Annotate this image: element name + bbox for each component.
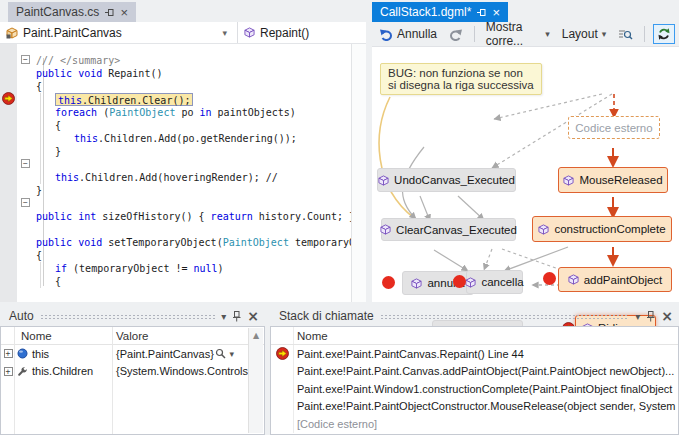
diagram-node-construction[interactable]: constructionComplete [532, 216, 672, 242]
magnifier-icon[interactable] [215, 348, 226, 359]
pin-icon[interactable] [646, 311, 655, 322]
code-text[interactable]: /// </summary>public void Repaint(){this… [36, 54, 350, 288]
code-line[interactable]: } [36, 145, 350, 158]
breakpoint-margin[interactable] [0, 44, 17, 302]
autos-rows: +this{Paint.PaintCanvas}▾+this.Children{… [1, 345, 264, 380]
node-label: Codice esterno [575, 122, 652, 134]
node-label: cancella [481, 276, 523, 288]
window-menu-icon[interactable]: ▾ [221, 311, 226, 322]
code-line[interactable]: public void setTemporaryObject(PaintObje… [36, 236, 350, 249]
callstack-row[interactable]: Paint.exe!Paint.Window1.constructionComp… [271, 380, 678, 398]
diagram-node-external[interactable]: Codice esterno [568, 116, 660, 139]
variable-name: this [32, 348, 49, 360]
expand-icon[interactable]: + [4, 349, 13, 358]
close-icon[interactable]: × [120, 6, 128, 19]
callstack-row[interactable]: [Codice esterno] [271, 415, 678, 433]
pin-icon[interactable] [477, 7, 486, 18]
code-editor-pane: PaintCanvas.cs × Paint.PaintCanvas ▾ Rep… [0, 0, 366, 302]
editor-scrollbar[interactable] [351, 44, 366, 302]
code-line[interactable]: /// </summary> [36, 54, 350, 67]
drag-handle[interactable] [40, 314, 216, 320]
current-statement-breakpoint-icon[interactable] [2, 92, 15, 105]
tab-paintcanvas[interactable]: PaintCanvas.cs × [8, 2, 136, 22]
callstack-row[interactable]: Paint.exe!Paint.PaintCanvas.Repaint() Li… [271, 345, 678, 363]
code-line[interactable]: this.Children.Add(po.getRendering()); [36, 132, 350, 145]
autos-row[interactable]: +this.Children{System.Windows.Controls [1, 363, 264, 381]
fold-gutter[interactable]: −−− [17, 44, 35, 302]
diagram-node-undo[interactable]: UndoCanvas_Executed [377, 168, 516, 192]
find-related-icon [618, 28, 633, 41]
code-line[interactable]: { [36, 119, 350, 132]
code-line[interactable]: public int sizeOfHistory() { reaturn his… [36, 210, 350, 223]
class-dropdown[interactable]: Paint.PaintCanvas ▾ [0, 22, 238, 43]
variable-value: {Paint.PaintCanvas} [116, 348, 214, 360]
column-nome[interactable]: Nome [294, 330, 328, 342]
code-line[interactable]: public void Repaint() [36, 67, 350, 80]
callstack-body: Nome Paint.exe!Paint.PaintCanvas.Repaint… [270, 326, 679, 435]
toolbar-separator [474, 26, 475, 42]
code-line[interactable]: } [36, 184, 350, 197]
method-icon [411, 278, 422, 289]
current-frame-icon [276, 347, 289, 360]
breakpoint-icon[interactable] [382, 276, 395, 289]
breakpoint-icon[interactable] [453, 275, 466, 288]
code-area[interactable]: −−− /// </summary>public void Repaint(){… [0, 44, 366, 302]
column-nome[interactable]: Nome [15, 330, 112, 342]
diagram-node-mouse[interactable]: MouseReleased [558, 167, 668, 193]
undo-button[interactable]: Annulla [376, 26, 440, 42]
column-valore[interactable]: Valore [112, 330, 264, 342]
find-related-button[interactable] [615, 27, 636, 42]
diagram-toolbar: Annulla Mostra corre... ▾ Layout ▾ [372, 22, 679, 46]
autos-titlebar[interactable]: Auto ▾ × [0, 306, 265, 326]
code-line[interactable]: { [36, 80, 350, 93]
bug-annotation-note[interactable]: BUG: non funziona se non si disegna la r… [380, 63, 542, 95]
code-line[interactable]: { [36, 249, 350, 262]
code-line[interactable]: { [36, 275, 350, 288]
vs-debugger-window: PaintCanvas.cs × Paint.PaintCanvas ▾ Rep… [0, 0, 679, 435]
fold-toggle[interactable]: − [21, 159, 30, 168]
sync-button[interactable] [653, 24, 675, 44]
close-icon[interactable]: × [492, 6, 500, 19]
diagram-canvas[interactable]: BUG: non funziona se non si disegna la r… [372, 46, 679, 302]
show-related-dropdown[interactable]: Mostra corre... ▾ [483, 19, 553, 49]
drag-handle[interactable] [380, 314, 630, 320]
breakpoint-icon[interactable] [543, 272, 556, 285]
close-icon[interactable]: × [661, 308, 673, 324]
autos-row[interactable]: +this{Paint.PaintCanvas}▾ [1, 345, 264, 363]
method-dropdown[interactable]: Repaint() [238, 22, 315, 43]
callstack-row[interactable]: Paint.exe!Paint.PaintObjectConstructor.M… [271, 398, 678, 416]
frame-text: Paint.exe!Paint.Paint.Canvas.addPaintObj… [294, 365, 674, 377]
diagram-node-clear[interactable]: ClearCanvas_Executed [381, 218, 516, 241]
code-line[interactable] [36, 158, 350, 171]
code-line[interactable]: this.Children.Clear(); [36, 93, 350, 106]
method-icon [568, 274, 579, 285]
column-divider[interactable] [14, 327, 15, 434]
chevron-down-icon[interactable]: ▾ [229, 349, 234, 359]
fold-toggle[interactable]: − [21, 198, 30, 207]
callstack-row[interactable]: Paint.exe!Paint.Paint.Canvas.addPaintObj… [271, 363, 678, 381]
window-menu-icon[interactable]: ▾ [635, 311, 640, 322]
redo-button[interactable] [446, 27, 466, 42]
diagram-node-addpaint[interactable]: addPaintObject [558, 267, 672, 292]
toolbar-separator [644, 26, 645, 42]
pin-icon[interactable] [232, 311, 241, 322]
fold-toggle[interactable]: − [21, 55, 30, 64]
code-line[interactable] [36, 197, 350, 210]
variable-value: {System.Windows.Controls [116, 365, 248, 377]
pin-icon[interactable] [105, 7, 114, 18]
show-related-label: Mostra corre... [486, 20, 541, 48]
code-line[interactable]: if (temporaryObject != null) [36, 262, 350, 275]
callstack-titlebar[interactable]: Stack di chiamate ▾ × [270, 306, 679, 326]
code-line[interactable]: foreach (PaintObject po in paintObjects) [36, 106, 350, 119]
diagram-node-cancella[interactable]: cancella [466, 270, 523, 294]
code-line[interactable]: this.Children.Add(hoveringRender); // [36, 171, 350, 184]
frame-text: Paint.exe!Paint.Window1.constructionComp… [294, 383, 672, 395]
column-divider[interactable] [112, 327, 113, 434]
node-label: constructionComplete [554, 223, 665, 235]
autos-scrollbar[interactable]: ▲ [248, 328, 263, 433]
class-icon [6, 27, 18, 39]
layout-dropdown[interactable]: Layout ▾ [559, 26, 610, 42]
close-icon[interactable]: × [247, 308, 259, 324]
expand-icon[interactable]: + [4, 367, 13, 376]
code-line[interactable] [36, 223, 350, 236]
